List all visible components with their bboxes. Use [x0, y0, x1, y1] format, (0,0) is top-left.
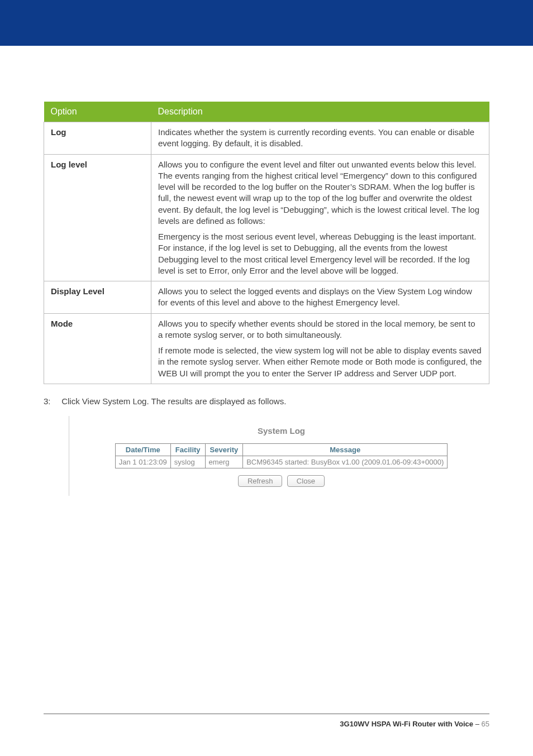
footer-sep: – — [473, 720, 481, 728]
close-button[interactable]: Close — [287, 475, 325, 487]
system-log-panel: System Log Date/Time Facility Severity M… — [69, 416, 493, 496]
system-log-table: Date/Time Facility Severity Message Jan … — [115, 443, 448, 468]
top-banner — [0, 0, 533, 46]
step-text: Click View System Log. The results are d… — [61, 396, 286, 406]
option-desc: Allows you to select the logged events a… — [151, 281, 489, 314]
footer-product: 3G10WV HSPA Wi-Fi Router with Voice — [340, 720, 473, 728]
syslog-th-facility: Facility — [170, 443, 205, 456]
option-desc: Allows you to specify whether events sho… — [151, 313, 489, 384]
content-area: Option Description Log Indicates whether… — [0, 46, 533, 496]
option-name: Mode — [44, 313, 151, 384]
table-row: Log Indicates whether the system is curr… — [44, 122, 489, 155]
table-row: Log level Allows you to configure the ev… — [44, 154, 489, 281]
desc-para: Allows you to specify whether events sho… — [158, 318, 482, 341]
desc-para: Allows you to select the logged events a… — [158, 286, 482, 309]
option-desc: Indicates whether the system is currentl… — [151, 122, 489, 155]
syslog-row: Jan 1 01:23:09 syslog emerg BCM96345 sta… — [115, 456, 447, 468]
option-name: Display Level — [44, 281, 151, 314]
syslog-cell-datetime: Jan 1 01:23:09 — [115, 456, 170, 468]
option-name: Log — [44, 122, 151, 155]
syslog-cell-message: BCM96345 started: BusyBox v1.00 (2009.01… — [243, 456, 448, 468]
refresh-button[interactable]: Refresh — [238, 475, 283, 487]
system-log-title: System Log — [69, 416, 493, 443]
syslog-cell-severity: emerg — [205, 456, 243, 468]
syslog-th-datetime: Date/Time — [115, 443, 170, 456]
page-footer: 3G10WV HSPA Wi-Fi Router with Voice – 65 — [44, 714, 489, 728]
table-row: Display Level Allows you to select the l… — [44, 281, 489, 314]
syslog-cell-facility: syslog — [170, 456, 205, 468]
desc-para: Emergency is the most serious event leve… — [158, 231, 482, 276]
option-desc: Allows you to configure the event level … — [151, 154, 489, 281]
table-row: Mode Allows you to specify whether event… — [44, 313, 489, 384]
step-number: 3: — [44, 396, 59, 406]
desc-para: Allows you to configure the event level … — [158, 159, 482, 227]
footer-page-number: 65 — [482, 720, 489, 728]
step-line: 3: Click View System Log. The results ar… — [44, 396, 489, 406]
syslog-buttons: Refresh Close — [69, 468, 493, 496]
option-name: Log level — [44, 154, 151, 281]
desc-para: Indicates whether the system is currentl… — [158, 127, 482, 150]
syslog-th-severity: Severity — [205, 443, 243, 456]
options-table: Option Description Log Indicates whether… — [44, 102, 489, 384]
th-description: Description — [151, 102, 489, 122]
syslog-th-message: Message — [243, 443, 448, 456]
th-option: Option — [44, 102, 151, 122]
desc-para: If remote mode is selected, the view sys… — [158, 345, 482, 379]
